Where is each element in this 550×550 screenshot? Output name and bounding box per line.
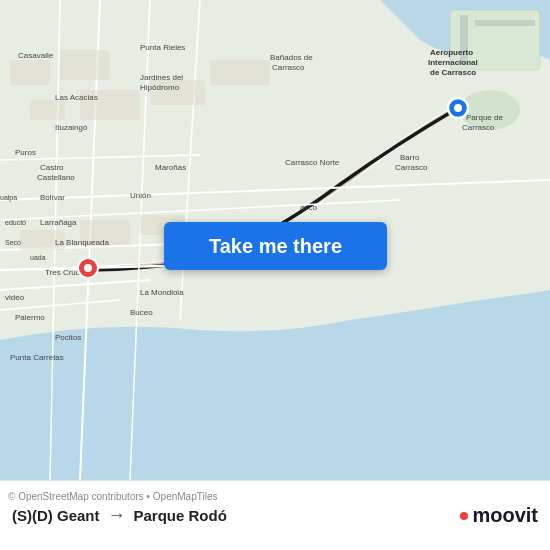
svg-text:Punta Rieles: Punta Rieles — [140, 43, 185, 52]
svg-text:Bolívar: Bolívar — [40, 193, 65, 202]
svg-text:Larrañaga: Larrañaga — [40, 218, 77, 227]
moovit-logo-dot — [460, 512, 468, 520]
svg-rect-16 — [10, 60, 50, 85]
svg-rect-21 — [210, 60, 270, 85]
route-info: (S)(D) Geant → Parque Rodó — [12, 505, 538, 526]
svg-text:ualpa: ualpa — [0, 194, 17, 202]
svg-text:Carrasco Norte: Carrasco Norte — [285, 158, 340, 167]
svg-text:Unión: Unión — [130, 191, 151, 200]
origin-label: (S)(D) Geant — [12, 507, 100, 524]
footer: © OpenStreetMap contributors • OpenMapTi… — [0, 480, 550, 550]
map-container: Casavalle Las Acacias Ituzaingó Puros Ca… — [0, 0, 550, 480]
svg-text:Jardines del: Jardines del — [140, 73, 183, 82]
svg-text:Carrasco: Carrasco — [395, 163, 428, 172]
svg-text:Buceo: Buceo — [130, 308, 153, 317]
attribution: © OpenStreetMap contributors • OpenMapTi… — [0, 489, 550, 504]
arrow-icon: → — [108, 505, 126, 526]
svg-text:eductó: eductó — [5, 219, 26, 226]
moovit-logo-text: moovit — [472, 504, 538, 527]
svg-rect-3 — [475, 20, 535, 26]
svg-text:de Carrasco: de Carrasco — [430, 68, 476, 77]
take-me-there-button[interactable]: Take me there — [164, 222, 387, 270]
svg-text:Ituzaingó: Ituzaingó — [55, 123, 88, 132]
svg-text:Punta Carretas: Punta Carretas — [10, 353, 64, 362]
svg-text:Bañados de: Bañados de — [270, 53, 313, 62]
svg-text:La Mondiola: La Mondiola — [140, 288, 184, 297]
svg-text:Casavalle: Casavalle — [18, 51, 54, 60]
svg-text:Pocitos: Pocitos — [55, 333, 81, 342]
svg-text:Las Acacias: Las Acacias — [55, 93, 98, 102]
svg-text:Barro: Barro — [400, 153, 420, 162]
svg-rect-17 — [60, 50, 110, 80]
svg-text:video: video — [5, 293, 25, 302]
svg-text:Palermo: Palermo — [15, 313, 45, 322]
svg-text:Castro: Castro — [40, 163, 64, 172]
svg-text:Internacional: Internacional — [428, 58, 478, 67]
svg-point-62 — [84, 264, 92, 272]
svg-text:Hipódromo: Hipódromo — [140, 83, 180, 92]
svg-text:Carrasco: Carrasco — [272, 63, 305, 72]
svg-text:Maroñas: Maroñas — [155, 163, 186, 172]
svg-text:Seco: Seco — [5, 239, 21, 246]
svg-text:Parque de: Parque de — [466, 113, 503, 122]
svg-text:uada: uada — [30, 254, 46, 261]
svg-rect-18 — [30, 100, 65, 120]
svg-text:Aeropuerto: Aeropuerto — [430, 48, 473, 57]
svg-text:Carrasco: Carrasco — [462, 123, 495, 132]
svg-text:Puros: Puros — [15, 148, 36, 157]
svg-point-64 — [454, 104, 462, 112]
svg-text:La Blanqueada: La Blanqueada — [55, 238, 109, 247]
svg-text:Castellano: Castellano — [37, 173, 75, 182]
moovit-logo: moovit — [460, 504, 538, 527]
destination-label: Parque Rodó — [134, 507, 227, 524]
svg-text:asco: asco — [300, 203, 317, 212]
